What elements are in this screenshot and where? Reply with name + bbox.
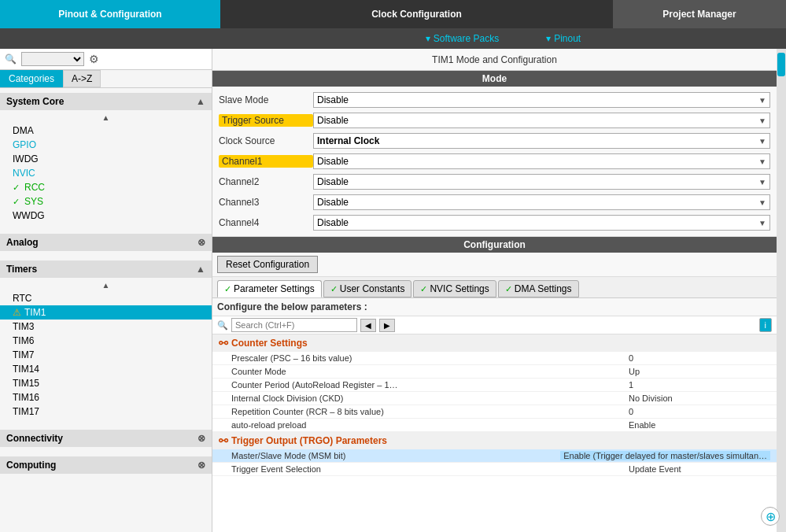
sidebar-item-tim3[interactable]: TIM3 [0, 320, 212, 334]
sidebar-item-rcc[interactable]: RCC [0, 180, 212, 194]
mode-grid: Slave Mode Disable ▼ Trigger Source Disa… [212, 87, 777, 237]
nav-prev-button[interactable]: ◀ [360, 319, 376, 332]
sidebar-item-iwdg[interactable]: IWDG [0, 152, 212, 166]
timers-header[interactable]: Timers ▲ [0, 260, 212, 278]
channel3-label: Channel3 [219, 197, 313, 208]
trigger-source-select[interactable]: Disable ▼ [313, 113, 770, 128]
sidebar-item-tim17[interactable]: TIM17 [0, 405, 212, 419]
config-search-label: Configure the below parameters : [217, 301, 367, 312]
tab-dma-settings[interactable]: ✓ DMA Settings [498, 280, 579, 297]
sidebar-item-dma[interactable]: DMA [0, 124, 212, 138]
right-scrollbar[interactable] [777, 49, 786, 532]
section-system-core: System Core ▲ ▲ DMA GPIO IWDG NVIC RCC [0, 93, 212, 224]
channel1-select[interactable]: Disable ▼ [313, 153, 770, 169]
pinout-nav[interactable]: ▾ Pinout [546, 33, 581, 44]
project-tab[interactable]: Project Manager [613, 0, 786, 28]
channel2-label: Channel2 [219, 176, 313, 187]
channel2-select[interactable]: Disable ▼ [313, 174, 770, 190]
connectivity-header[interactable]: Connectivity ⊗ [0, 430, 212, 447]
pin-icon-counter: ⚯ [219, 337, 228, 349]
clock-source-arrow: ▼ [758, 137, 766, 146]
check-icon-user: ✓ [330, 284, 338, 294]
param-row-rcr: Repetition Counter (RCR – 8 bits value) … [212, 405, 777, 419]
channel3-arrow: ▼ [758, 198, 766, 207]
sidebar-item-wwdg[interactable]: WWDG [0, 209, 212, 223]
config-search-row: Configure the below parameters : [212, 298, 777, 316]
pin-icon-trgo: ⚯ [219, 434, 228, 447]
chevron-down-icon2: ▾ [546, 33, 551, 44]
sidebar-item-sys[interactable]: SYS [0, 194, 212, 209]
slave-mode-select[interactable]: Disable ▼ [313, 92, 770, 108]
computing-collapse-icon: ⊗ [197, 460, 205, 471]
reset-config-button[interactable]: Reset Configuration [217, 256, 318, 273]
slave-mode-arrow: ▼ [758, 96, 766, 105]
system-core-header[interactable]: System Core ▲ [0, 93, 212, 110]
zoom-icon: ⊕ [766, 509, 776, 524]
sidebar-item-tim16[interactable]: TIM16 [0, 390, 212, 405]
software-packs-nav[interactable]: ▾ Software Packs [426, 33, 499, 44]
sidebar-item-nvic[interactable]: NVIC [0, 166, 212, 180]
config-search-input[interactable] [231, 318, 357, 332]
mode-row-slave: Slave Mode Disable ▼ [219, 90, 770, 110]
right-scroll-thumb[interactable] [777, 53, 785, 76]
pinout-tab-label: Pinout & Configuration [58, 9, 161, 20]
check-icon-nvic: ✓ [420, 284, 427, 294]
system-core-items: ▲ DMA GPIO IWDG NVIC RCC SYS [0, 110, 212, 224]
tab-parameter-settings[interactable]: ✓ Parameter Settings [217, 280, 322, 297]
trigger-source-label: Trigger Source [219, 114, 313, 127]
sidebar-item-tim14[interactable]: TIM14 [0, 362, 212, 376]
sidebar-item-rtc[interactable]: RTC [0, 291, 212, 305]
mode-row-channel4: Channel4 Disable ▼ [219, 212, 770, 233]
config-section-header: Configuration [212, 237, 777, 253]
param-row-counter-mode: Counter Mode Up [212, 365, 777, 379]
section-timers: Timers ▲ ▲ RTC ⚠ TIM1 TIM3 TIM6 [0, 260, 212, 420]
config-search-input-row: 🔍 ◀ ▶ i [212, 316, 777, 334]
zoom-button[interactable]: ⊕ [761, 507, 780, 526]
tab-nvic-settings[interactable]: ✓ NVIC Settings [413, 280, 496, 297]
warning-icon: ⚠ [13, 307, 21, 318]
slave-mode-label: Slave Mode [219, 94, 313, 105]
mode-row-channel3: Channel3 Disable ▼ [219, 192, 770, 212]
clock-source-select[interactable]: Internal Clock ▼ [313, 133, 770, 149]
mode-section-header: Mode [212, 71, 777, 87]
param-row-ckd: Internal Clock Division (CKD) No Divisio… [212, 392, 777, 405]
tab-categories[interactable]: Categories [0, 70, 63, 87]
sidebar-item-tim6[interactable]: TIM6 [0, 334, 212, 348]
param-row-autoreload: auto-reload preload Enable [212, 419, 777, 432]
content-title: TIM1 Mode and Configuration [212, 49, 777, 71]
mode-row-channel1: Channel1 Disable ▼ [219, 151, 770, 172]
sidebar-item-tim7[interactable]: TIM7 [0, 348, 212, 362]
clock-tab[interactable]: Clock Configuration [220, 0, 613, 28]
param-row-msm[interactable]: Master/Slave Mode (MSM bit) Enable (Trig… [212, 449, 777, 463]
section-analog: Analog ⊗ [0, 234, 212, 251]
tab-user-constants[interactable]: ✓ User Constants [323, 280, 412, 297]
info-button[interactable]: i [759, 318, 772, 332]
section-connectivity: Connectivity ⊗ [0, 430, 212, 447]
tab-az[interactable]: A->Z [63, 70, 101, 87]
sidebar-item-gpio[interactable]: GPIO [0, 138, 212, 152]
search-icon: 🔍 [5, 54, 17, 65]
param-row-trigger-event: Trigger Event Selection Update Event [212, 463, 777, 476]
mode-row-trigger: Trigger Source Disable ▼ [219, 110, 770, 131]
connectivity-collapse-icon: ⊗ [197, 433, 205, 444]
nav-next-button[interactable]: ▶ [379, 319, 395, 332]
param-row-prescaler: Prescaler (PSC – 16 bits value) 0 [212, 352, 777, 365]
channel1-label: Channel1 [219, 155, 313, 168]
sidebar-item-tim15[interactable]: TIM15 [0, 376, 212, 390]
trigger-source-arrow: ▼ [758, 116, 766, 125]
sidebar-search-select[interactable] [21, 52, 84, 66]
channel4-label: Channel4 [219, 217, 313, 228]
counter-settings-group: ⚯ Counter Settings [212, 334, 777, 352]
param-row-counter-period: Counter Period (AutoReload Register – 1…… [212, 379, 777, 392]
analog-header[interactable]: Analog ⊗ [0, 234, 212, 251]
channel4-select[interactable]: Disable ▼ [313, 215, 770, 231]
pinout-tab[interactable]: Pinout & Configuration [0, 0, 220, 28]
gear-icon[interactable]: ⚙ [89, 53, 99, 65]
sidebar-item-tim1[interactable]: ⚠ TIM1 [0, 305, 212, 320]
channel3-select[interactable]: Disable ▼ [313, 194, 770, 210]
chevron-down-icon: ▾ [426, 33, 430, 44]
config-tabs: ✓ Parameter Settings ✓ User Constants ✓ … [212, 277, 777, 298]
computing-header[interactable]: Computing ⊗ [0, 456, 212, 474]
mode-row-channel2: Channel2 Disable ▼ [219, 172, 770, 192]
section-computing: Computing ⊗ [0, 456, 212, 474]
